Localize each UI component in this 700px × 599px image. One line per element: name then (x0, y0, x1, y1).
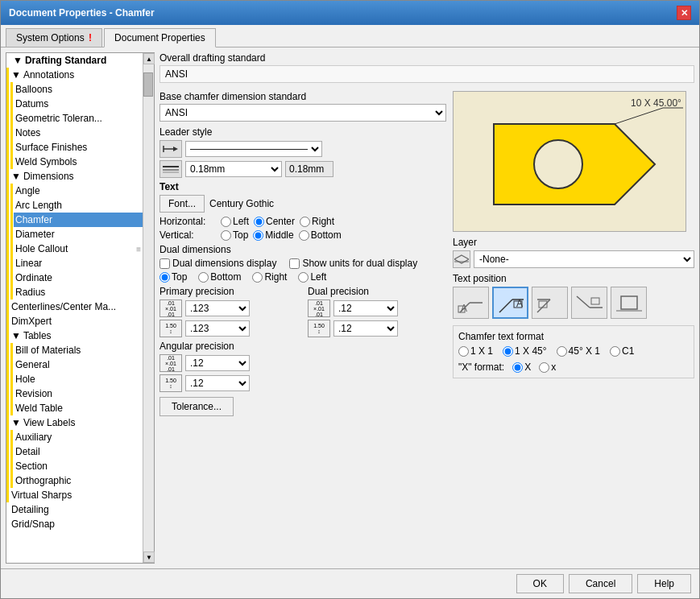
sidebar-item-chamfer[interactable]: Chamfer (6, 213, 143, 227)
sidebar-item-revision[interactable]: Revision (6, 386, 143, 401)
format-45x1[interactable]: 45° X 1 (557, 345, 601, 357)
svg-text:A: A (516, 298, 523, 309)
sidebar-item-view-labels[interactable]: ▼ View Labels (6, 415, 143, 430)
sidebar-item-notes[interactable]: Notes (6, 126, 143, 140)
dual-pos-right[interactable]: Right (252, 271, 287, 283)
vertical-top[interactable]: Top (221, 229, 248, 241)
scroll-thumb[interactable] (143, 72, 153, 97)
dual-pos-left[interactable]: Left (298, 271, 326, 283)
show-units-checkbox[interactable]: Show units for dual display (289, 258, 417, 269)
dual-precision-row-1: .01×.01.01 .12.1.123 (308, 300, 446, 317)
vertical-middle[interactable]: Middle (253, 229, 293, 241)
horizontal-right[interactable]: Right (300, 216, 334, 227)
sidebar-item-dimxpert[interactable]: DimXpert (6, 314, 143, 328)
sidebar-scrollbar[interactable]: ▲ ▼ (143, 53, 154, 563)
leader-style-section: Leader style —————————————— (159, 126, 446, 178)
sidebar-item-bill-of-materials[interactable]: Bill of Materials (6, 343, 143, 357)
sidebar-item-balloons[interactable]: Balloons (6, 82, 143, 97)
close-button[interactable]: ✕ (677, 6, 691, 20)
angular-precision-select-1[interactable]: .12.1.123 (185, 355, 250, 371)
x-format-upper[interactable]: X (512, 361, 531, 373)
sidebar-item-virtual-sharps[interactable]: Virtual Sharps (6, 488, 143, 502)
scroll-track[interactable] (143, 64, 154, 551)
sidebar-item-tables[interactable]: ▼ Tables (6, 328, 143, 343)
horizontal-left[interactable]: Left (221, 216, 249, 227)
font-button[interactable]: Font... (159, 195, 205, 213)
tab-system-options[interactable]: System Options ! (6, 28, 102, 47)
sidebar-item-annotations[interactable]: ▼ Annotations (6, 68, 143, 82)
help-button[interactable]: Help (637, 574, 691, 593)
svg-point-8 (534, 140, 582, 188)
text-pos-button-5[interactable] (611, 287, 647, 319)
leader-thickness-input[interactable] (285, 161, 333, 177)
x-format-row: "X" format: X x (458, 361, 689, 373)
tab-document-properties[interactable]: Document Properties (104, 28, 216, 48)
top-section: Base chamfer dimension standard ANSI ISO… (159, 91, 694, 416)
left-panel: Base chamfer dimension standard ANSI ISO… (159, 91, 446, 416)
sidebar-item-angle[interactable]: Angle (6, 184, 143, 198)
sidebar-item-weld-symbols[interactable]: Weld Symbols (6, 155, 143, 169)
sidebar-item-geometric-tolerances[interactable]: Geometric Toleran... (6, 111, 143, 126)
sidebar-item-grid-snap[interactable]: Grid/Snap (6, 517, 143, 531)
layer-select[interactable]: -None- Layer 1 Layer 2 (474, 250, 694, 268)
format-1x1[interactable]: 1 X 1 (458, 345, 493, 357)
text-pos-button-1[interactable]: A (453, 287, 489, 319)
dual-precision-select-2[interactable]: .12.1.123 (333, 320, 398, 337)
sidebar-item-general[interactable]: General (6, 357, 143, 372)
text-pos-button-2[interactable]: A (492, 287, 528, 319)
sidebar-item-orthographic[interactable]: Orthographic (6, 473, 143, 488)
title-bar: Document Properties - Chamfer ✕ (1, 1, 699, 25)
sidebar-item-hole[interactable]: Hole (6, 372, 143, 386)
text-position-buttons: A A (453, 287, 694, 319)
sidebar-item-drafting-standard[interactable]: ▼ Drafting Standard (6, 53, 143, 68)
horizontal-center[interactable]: Center (254, 216, 295, 227)
sidebar-item-diameter[interactable]: Diameter (6, 227, 143, 242)
sidebar-item-arc-length[interactable]: Arc Length (6, 198, 143, 213)
dual-pos-bottom[interactable]: Bottom (198, 271, 241, 283)
preview-box: 10 X 45.00° (453, 91, 686, 232)
sidebar-item-radius[interactable]: Radius (6, 285, 143, 300)
primary-precision-select-2[interactable]: .123.12.1 (185, 320, 250, 337)
scroll-up-button[interactable]: ▲ (143, 53, 155, 64)
sidebar-item-weld-table[interactable]: Weld Table (6, 401, 143, 415)
sidebar-item-datums[interactable]: Datums (6, 97, 143, 111)
dual-display-checkbox[interactable]: Dual dimensions display (159, 258, 276, 269)
scroll-down-button[interactable]: ▼ (143, 551, 155, 563)
chamfer-format-options: 1 X 1 1 X 45° 45° X 1 C1 (458, 345, 689, 357)
angular-icon-1: .01×.01.01 (159, 354, 182, 372)
format-c1[interactable]: C1 (610, 345, 634, 357)
sidebar-item-dimensions[interactable]: ▼ Dimensions (6, 169, 143, 184)
leader-thickness-select[interactable]: 0.18mm 0.25mm 0.35mm (185, 161, 282, 177)
sidebar-item-auxiliary[interactable]: Auxiliary (6, 430, 143, 444)
sidebar-item-linear[interactable]: Linear (6, 256, 143, 271)
x-format-lower[interactable]: x (539, 361, 556, 373)
text-pos-button-4[interactable] (571, 287, 607, 319)
primary-precision-col: Primary precision .01×.01.01 .123.12.1 1… (159, 286, 298, 337)
sidebar-item-section[interactable]: Section (6, 459, 143, 473)
svg-rect-27 (591, 298, 599, 304)
format-1x45[interactable]: 1 X 45° (503, 345, 547, 357)
leader-style-select-1[interactable]: —————————————— (185, 141, 322, 157)
primary-precision-select-1[interactable]: .123.12.1 (185, 300, 250, 316)
cancel-button[interactable]: Cancel (569, 574, 632, 593)
text-pos-button-3[interactable] (532, 287, 568, 319)
sidebar-item-centerlines[interactable]: Centerlines/Center Ma... (6, 300, 143, 314)
vertical-bottom[interactable]: Bottom (299, 229, 342, 241)
layer-icon (453, 250, 470, 268)
svg-line-25 (577, 296, 590, 308)
main-window: Document Properties - Chamfer ✕ System O… (0, 0, 700, 599)
sidebar-item-surface-finishes[interactable]: Surface Finishes (6, 140, 143, 155)
leader-style-label: Leader style (159, 126, 446, 138)
angular-precision-select-2[interactable]: .12.1.123 (185, 375, 250, 391)
base-chamfer-select[interactable]: ANSI ISO DIN JIS (159, 104, 446, 122)
dual-pos-top[interactable]: Top (159, 271, 187, 283)
tolerance-button[interactable]: Tolerance... (159, 397, 234, 416)
sidebar-item-detailing[interactable]: Detailing (6, 502, 143, 517)
leader-row-2: 0.18mm 0.25mm 0.35mm (159, 160, 446, 178)
dual-precision-select-1[interactable]: .12.1.123 (333, 300, 398, 316)
ok-button[interactable]: OK (516, 574, 564, 593)
sidebar-item-hole-callout[interactable]: Hole Callout ≡ (6, 242, 143, 256)
sidebar-item-ordinate[interactable]: Ordinate (6, 271, 143, 285)
text-position-section: Text position A A (453, 273, 694, 319)
sidebar-item-detail[interactable]: Detail (6, 444, 143, 459)
